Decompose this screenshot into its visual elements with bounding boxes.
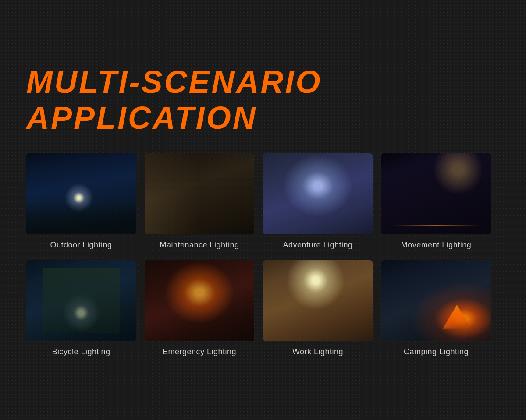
bicycle-image xyxy=(26,260,136,341)
bicycle-caption: Bicycle Lighting xyxy=(52,347,110,356)
camping-caption: Camping Lighting xyxy=(404,347,469,356)
adventure-caption: Adventure Lighting xyxy=(283,240,352,250)
list-item: Adventure Lighting xyxy=(263,153,373,250)
camping-image xyxy=(381,260,491,341)
work-image xyxy=(263,260,373,341)
list-item: Maintenance Lighting xyxy=(145,153,254,250)
page-title: MULTI-SCENARIO APPLICATION xyxy=(26,64,500,136)
list-item: Outdoor Lighting xyxy=(26,153,136,250)
outdoor-image xyxy=(26,153,136,234)
maintenance-caption: Maintenance Lighting xyxy=(160,240,239,250)
list-item: Movement Lighting xyxy=(381,153,491,250)
movement-image xyxy=(381,153,491,234)
list-item: Camping Lighting xyxy=(381,260,491,356)
emergency-caption: Emergency Lighting xyxy=(163,347,236,356)
movement-caption: Movement Lighting xyxy=(401,240,472,250)
emergency-image xyxy=(145,260,254,341)
outdoor-caption: Outdoor Lighting xyxy=(50,240,112,250)
list-item: Emergency Lighting xyxy=(145,260,254,356)
work-caption: Work Lighting xyxy=(292,347,343,356)
adventure-image xyxy=(263,153,373,234)
list-item: Bicycle Lighting xyxy=(26,260,136,356)
maintenance-image xyxy=(145,153,254,234)
list-item: Work Lighting xyxy=(263,260,373,356)
scenario-grid: Outdoor Lighting Maintenance Lighting Ad… xyxy=(26,153,500,356)
